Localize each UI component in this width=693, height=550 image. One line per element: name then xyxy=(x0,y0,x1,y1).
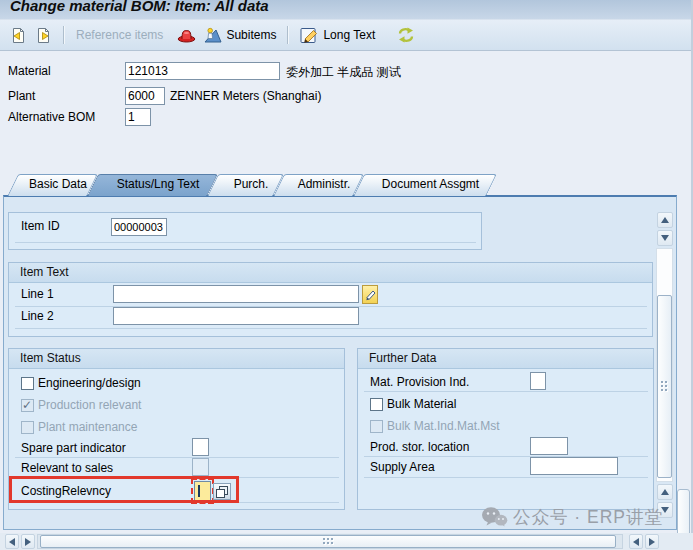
horizontal-scrollbar-thumb[interactable] xyxy=(40,535,616,548)
text-cursor xyxy=(198,485,200,497)
scroll-down-button[interactable] xyxy=(657,230,673,246)
plant-maintenance-row: Plant maintenance xyxy=(15,417,339,438)
scroll-up-button[interactable] xyxy=(657,212,673,228)
plant-maintenance-label: Plant maintenance xyxy=(38,420,137,434)
scroll-down-button-bottom[interactable] xyxy=(657,502,673,518)
alternative-bom-label: Alternative BOM xyxy=(8,110,95,124)
thumb-grip xyxy=(661,381,668,392)
relevant-to-sales-input[interactable] xyxy=(192,458,209,476)
previous-page-icon xyxy=(10,27,27,44)
mat-provision-input[interactable] xyxy=(530,372,546,390)
scroll-up-button-bottom[interactable] xyxy=(657,484,673,500)
plant-description: ZENNER Meters (Shanghai) xyxy=(170,89,321,103)
costing-relevancy-input[interactable] xyxy=(194,481,211,501)
reference-items-button[interactable]: Reference items xyxy=(72,25,167,45)
item-id-label: Item ID xyxy=(21,219,60,233)
plant-label: Plant xyxy=(8,89,35,103)
item-status-group-title: Item Status xyxy=(9,349,344,369)
material-description: 委外加工 半成品 测试 xyxy=(286,64,401,81)
loop-arrows-icon xyxy=(397,27,415,43)
scroll-right-button-right[interactable] xyxy=(645,534,659,549)
mat-provision-row: Mat. Provision Ind. xyxy=(364,372,648,392)
plant-input[interactable] xyxy=(125,87,165,105)
further-data-groupbox: Further Data Mat. Provision Ind. Bulk Ma… xyxy=(357,348,654,510)
line2-input[interactable] xyxy=(113,307,359,325)
horizontal-scrollbar xyxy=(0,533,693,550)
prod-stor-location-row: Prod. stor. location xyxy=(364,437,648,457)
relevant-to-sales-label: Relevant to sales xyxy=(21,461,113,475)
alternative-bom-input[interactable] xyxy=(125,108,151,126)
bulk-material-label: Bulk Material xyxy=(387,397,456,411)
item-status-groupbox: Item Status Engineering/design Productio… xyxy=(8,348,345,510)
item-id-groupbox: Item ID xyxy=(8,212,482,250)
vertical-scrollbar-thumb[interactable] xyxy=(657,295,672,478)
long-text-button[interactable]: Long Text xyxy=(296,24,379,47)
material-input[interactable] xyxy=(125,62,280,80)
scroll-right-button[interactable] xyxy=(21,534,35,549)
prod-stor-location-input[interactable] xyxy=(530,437,568,455)
application-toolbar: Reference items Subitems Long Text xyxy=(0,20,693,51)
scroll-left-button[interactable] xyxy=(5,534,19,549)
bulk-mat-ind-checkbox[interactable] xyxy=(370,420,383,433)
bulk-material-row: Bulk Material xyxy=(364,394,648,415)
subitems-button[interactable]: Subitems xyxy=(200,24,280,46)
tab-administr[interactable]: Administr. xyxy=(284,174,364,196)
next-item-button[interactable] xyxy=(31,24,56,47)
subitems-label: Subitems xyxy=(226,28,276,42)
supply-area-label: Supply Area xyxy=(370,460,435,474)
sap-window: Change material BOM: Item: All data Refe… xyxy=(0,0,693,550)
right-arrow-icon xyxy=(25,538,31,546)
up-arrow-icon xyxy=(661,489,669,495)
costing-relevancy-label: CostingRelevncy xyxy=(21,484,111,498)
engineering-design-label: Engineering/design xyxy=(38,376,141,390)
scroll-left-button-right[interactable] xyxy=(629,534,643,549)
pencil-icon xyxy=(365,288,376,301)
matchcode-squares-icon xyxy=(216,486,228,498)
left-arrow-icon xyxy=(633,538,639,546)
right-arrow-icon xyxy=(649,538,655,546)
plant-row: Plant ZENNER Meters (Shanghai) xyxy=(0,87,693,106)
item-text-groupbox: Item Text Line 1 Line 2 xyxy=(8,262,653,337)
engineering-design-checkbox[interactable] xyxy=(21,377,34,390)
next-page-icon xyxy=(35,27,52,44)
previous-item-button[interactable] xyxy=(6,24,31,47)
toolbar-separator xyxy=(287,26,289,44)
production-relevant-label: Production relevant xyxy=(38,398,141,412)
material-row: Material 委外加工 半成品 测试 xyxy=(0,62,693,81)
refresh-button[interactable] xyxy=(393,24,419,46)
item-id-input[interactable] xyxy=(111,218,167,236)
line1-input[interactable] xyxy=(113,285,359,303)
tab-document-assgmt[interactable]: Document Assgmt xyxy=(364,174,497,196)
bulk-mat-ind-label: Bulk Mat.Ind.Mat.Mst xyxy=(387,419,500,433)
production-relevant-checkbox[interactable] xyxy=(21,399,34,412)
down-arrow-icon xyxy=(661,235,669,241)
long-text-pencil-icon xyxy=(300,27,319,44)
up-arrow-icon xyxy=(661,217,669,223)
further-data-group-title: Further Data xyxy=(358,349,653,369)
tab-status-lng-text[interactable]: Status/Lng Text xyxy=(98,174,218,196)
relevant-to-sales-row: Relevant to sales xyxy=(15,458,339,478)
subitems-person-icon xyxy=(204,27,222,43)
costing-relevancy-matchcode-button[interactable] xyxy=(213,483,231,500)
spare-part-input[interactable] xyxy=(192,438,209,456)
window-title-bar: Change material BOM: Item: All data xyxy=(0,0,693,20)
toolbar-separator xyxy=(63,26,65,44)
page-title: Change material BOM: Item: All data xyxy=(10,0,269,14)
bulk-mat-ind-row: Bulk Mat.Ind.Mat.Mst xyxy=(364,416,648,437)
production-relevant-row: Production relevant xyxy=(15,395,339,416)
item-text-group-title: Item Text xyxy=(9,263,652,283)
engineering-design-row: Engineering/design xyxy=(15,373,339,394)
alternative-bom-row: Alternative BOM xyxy=(0,108,693,127)
thumb-grip xyxy=(323,538,334,545)
bulk-material-checkbox[interactable] xyxy=(370,398,383,411)
long-text-label: Long Text xyxy=(323,28,375,42)
reference-items-label: Reference items xyxy=(76,28,163,42)
plant-maintenance-checkbox[interactable] xyxy=(21,421,34,434)
spare-part-row: Spare part indicator xyxy=(15,438,339,458)
line1-label: Line 1 xyxy=(21,287,54,301)
tab-basic-data[interactable]: Basic Data xyxy=(18,174,98,196)
material-label: Material xyxy=(8,64,51,78)
supply-area-input[interactable] xyxy=(530,457,618,475)
line1-long-text-button[interactable] xyxy=(362,285,378,304)
header-overview-button[interactable] xyxy=(173,25,200,46)
